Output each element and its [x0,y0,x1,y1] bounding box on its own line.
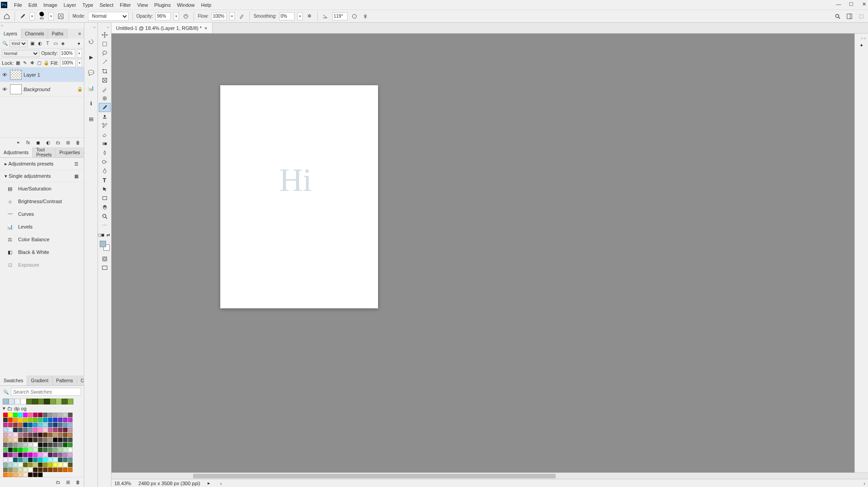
swatch[interactable] [33,418,38,422]
brush-tool-icon[interactable] [99,103,111,112]
swatch[interactable] [56,399,62,404]
filter-adjustment-icon[interactable]: ◐ [37,40,43,47]
swatch[interactable] [48,423,53,427]
swatch[interactable] [33,463,38,467]
swatch[interactable] [38,443,43,447]
delete-icon[interactable]: 🗑 [75,479,81,486]
swatch[interactable] [68,399,73,404]
swatch[interactable] [33,413,38,417]
layer-opacity-dropdown[interactable]: ▾ [77,49,82,58]
layer-row[interactable]: 👁 Layer 1 [0,68,84,82]
swatch[interactable] [13,413,18,417]
swatch[interactable] [8,458,13,462]
new-layer-icon[interactable]: ⊞ [65,140,71,146]
swatch[interactable] [58,418,63,422]
swatch[interactable] [3,423,8,427]
swatch[interactable] [63,413,68,417]
swatch[interactable] [58,463,63,467]
default-colors-icon[interactable]: ◻◼ [98,232,104,238]
swatch[interactable] [23,458,28,462]
swatch[interactable] [3,438,8,442]
swatch[interactable] [18,438,23,442]
menu-help[interactable]: Help [198,0,215,10]
swatch[interactable] [8,468,13,472]
swatch[interactable] [63,433,68,437]
stamp-tool-icon[interactable] [99,112,111,121]
adjustment-layer-icon[interactable]: ◐ [45,140,51,146]
swatch[interactable] [28,468,33,472]
zoom-tool-icon[interactable] [99,212,111,221]
swatch[interactable] [33,423,38,427]
type-tool-icon[interactable]: T [99,175,111,185]
swatch[interactable] [3,399,9,404]
screen-mode-icon[interactable] [99,263,111,273]
swatch[interactable] [63,463,68,467]
swatch[interactable] [58,448,63,452]
toolbar-grip[interactable]: ›› [98,24,111,30]
smoothing-input[interactable] [279,12,295,20]
swatch[interactable] [43,413,48,417]
search-icon[interactable] [834,12,842,20]
swatch[interactable] [26,399,32,404]
minimize-icon[interactable]: — [835,1,842,7]
swatch[interactable] [68,438,73,442]
adj-exposure[interactable]: ⊡Exposure [0,258,84,271]
swatch[interactable] [48,433,53,437]
swatch[interactable] [63,453,68,457]
swatch[interactable] [63,428,68,432]
swatch[interactable] [38,472,43,477]
swatch[interactable] [63,468,68,472]
swatch[interactable] [43,463,48,467]
filter-pixel-icon[interactable]: ▣ [29,40,35,47]
swatch[interactable] [8,413,13,417]
swatch[interactable] [33,443,38,447]
menu-select[interactable]: Select [97,0,117,10]
swatch[interactable] [38,433,43,437]
filter-toggle-icon[interactable]: ● [76,40,82,47]
swatch[interactable] [13,468,18,472]
swatch[interactable] [3,433,8,437]
swatch[interactable] [38,458,43,462]
swatch[interactable] [43,458,48,462]
swatch[interactable] [28,458,33,462]
swatch[interactable] [53,443,58,447]
actions-icon[interactable]: ▶ [87,53,95,61]
adj-hue-saturation[interactable]: ▤Hue/Saturation [0,182,84,195]
home-icon[interactable] [3,12,11,20]
adj-black-white[interactable]: ◧Black & White [0,246,84,258]
layer-opacity-input[interactable] [60,49,75,58]
swatch[interactable] [38,438,43,442]
swatch[interactable] [63,423,68,427]
swatch[interactable] [38,418,43,422]
swatch[interactable] [58,438,63,442]
swatch[interactable] [53,463,58,467]
swatch[interactable] [3,458,8,462]
menu-edit[interactable]: Edit [25,0,40,10]
swatch[interactable] [3,418,8,422]
color-picker[interactable] [99,240,111,252]
swatch[interactable] [62,399,68,404]
swatch[interactable] [18,433,23,437]
swatch[interactable] [33,453,38,457]
history-brush-tool-icon[interactable] [99,121,111,130]
swatch[interactable] [38,463,43,467]
smoothing-dropdown[interactable]: ▾ [297,12,303,20]
swatch[interactable] [53,448,58,452]
menu-image[interactable]: Image [40,0,61,10]
brush-tool-icon[interactable] [19,12,27,20]
visibility-icon[interactable]: 👁 [1,71,8,78]
foreground-color-swatch[interactable] [100,241,106,247]
swatch[interactable] [48,468,53,472]
dodge-tool-icon[interactable] [99,157,111,166]
swatch[interactable] [53,418,58,422]
swatch[interactable] [38,468,43,472]
tab-properties[interactable]: Properties [56,147,84,157]
swatch[interactable] [43,428,48,432]
swatch[interactable] [8,423,13,427]
lock-artboard-icon[interactable]: ▢ [36,60,41,66]
swatch[interactable] [58,423,63,427]
swatch[interactable] [28,413,33,417]
adj-curves[interactable]: 〰Curves [0,208,84,220]
canvas-viewport[interactable]: Hi ›› × ✦ [112,34,868,472]
swatch[interactable] [8,438,13,442]
